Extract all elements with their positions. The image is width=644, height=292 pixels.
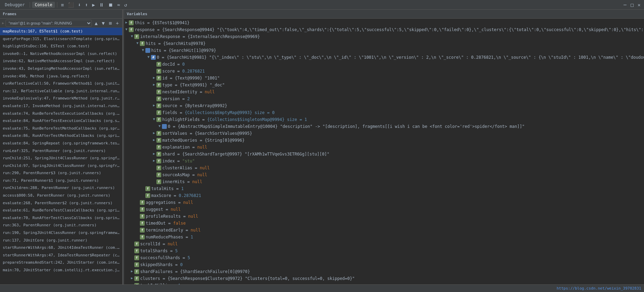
variable-row[interactable]: ftookInMillis = 4 (124, 282, 644, 284)
frame-item[interactable]: prepareStreamsAndStart:242, JUnitStarter… (0, 259, 122, 266)
variable-row[interactable]: fmatchedQueries = {String[0]@9996} (124, 137, 644, 144)
evaluate-icon[interactable]: ≈ (116, 2, 121, 8)
settings-icon[interactable]: ≡ (59, 2, 65, 8)
frames-up-icon[interactable]: ▲ (93, 20, 99, 26)
thread-selector[interactable]: "main"@1 in group "main": RUNNING (6, 20, 92, 27)
maximize-icon[interactable]: □ (629, 2, 635, 8)
stop-icon[interactable]: ⏹ (107, 2, 114, 8)
variable-row[interactable]: fterminatedEarly = null (124, 227, 644, 234)
frame-item[interactable]: access$000:58, ParentRunner (org.junit.r… (0, 192, 122, 199)
variable-row[interactable]: fscore = 0.2876821 (124, 68, 644, 75)
tree-arrow-collapsed[interactable] (129, 269, 134, 274)
variable-row[interactable]: ftotalHits = 1 (124, 185, 644, 192)
variable-row[interactable]: fscrollId = null (124, 241, 644, 247)
variable-row[interactable]: fnestedIdentity = null (124, 88, 644, 95)
minimize-icon[interactable]: ─ (622, 2, 628, 8)
variable-row[interactable]: ffields = {Collections$EmptyMap@9993} si… (124, 109, 644, 116)
variable-row[interactable]: fclusters = {SearchResponse$Clusters@997… (124, 275, 644, 282)
frame-item[interactable]: evaluate:74, RunBeforeTestExecutionCallb… (0, 110, 122, 117)
tree-arrow-expanded[interactable] (141, 47, 145, 53)
tree-arrow-collapsed[interactable] (152, 137, 156, 142)
debugger-tab[interactable]: Debugger (2, 2, 28, 8)
variable-row[interactable]: fshard = {SearchShardTarget@9997} "[rXAM… (124, 151, 644, 158)
pause-icon[interactable]: ⏸ (98, 2, 105, 8)
frame-item[interactable]: highlightStuDoc:150, ESTest (com.test) (0, 43, 122, 50)
frame-item[interactable]: evaluate:268, ParentRunner$2 (org.junit.… (0, 199, 122, 207)
tree-arrow-collapsed[interactable] (129, 275, 134, 281)
frame-item[interactable]: run:137, JUnitCore (org.junit.runner) (0, 237, 122, 244)
tree-arrow-collapsed[interactable] (124, 20, 129, 25)
tree-arrow-collapsed[interactable] (152, 158, 156, 163)
variable-row[interactable]: fsuccessfulShards = 5 (124, 254, 644, 261)
step-out-icon[interactable]: ⬆ (84, 2, 89, 8)
variable-row[interactable]: fclusterAlias = null (124, 164, 644, 171)
frame-item[interactable]: queryForPage:315, ElasticsearchTemplate … (0, 35, 122, 43)
frames-add-icon[interactable]: + (115, 20, 120, 26)
frame-item[interactable]: evaluate:70, RunAfterTestClassCallbacks … (0, 214, 122, 222)
variable-row[interactable]: ftype = {Text@9991} "_doc" (124, 82, 644, 88)
tree-arrow-expanded[interactable] (157, 123, 162, 129)
variable-row[interactable]: finternalResponse = {InternalSearchRespo… (124, 33, 644, 40)
frame-item[interactable]: run:71, ParentRunner$1 (org.junit.runner… (0, 177, 122, 185)
tree-arrow-collapsed[interactable] (152, 151, 156, 156)
frame-item[interactable]: run:12, ReflectiveCallable (org.junit.in… (0, 87, 122, 95)
tree-arrow-collapsed[interactable] (152, 75, 156, 80)
tree-arrow-expanded[interactable] (152, 116, 156, 122)
frame-item[interactable]: run:363, ParentRunner (org.junit.runners… (0, 222, 122, 229)
step-into-icon[interactable]: ⬇ (77, 2, 82, 8)
close-icon[interactable]: ✕ (636, 2, 642, 8)
tree-arrow-collapsed[interactable] (152, 82, 156, 87)
variables-area[interactable]: fthis = {ESTest$1@9941}fresponse = {Sear… (124, 19, 644, 284)
frame-item[interactable]: evaluate:61, RunBeforeTestClassCallbacks… (0, 207, 122, 214)
frame-item[interactable]: runChildren:288, ParentRunner (org.junit… (0, 184, 122, 192)
variable-row[interactable]: fresponse = {SearchResponse@9944} "{\"to… (124, 26, 644, 33)
tree-arrow-expanded[interactable] (124, 27, 129, 32)
frame-item[interactable]: invoke:43, DelegatingMethodAccessorImpl … (0, 65, 122, 73)
frame-item[interactable]: invoke:498, Method (java.lang.reflect) (0, 73, 122, 80)
variable-row[interactable]: fshardFailures = {ShardSearchFailure[0]@… (124, 268, 644, 275)
variable-row[interactable]: fnumReducePhases = 1 (124, 234, 644, 241)
tree-arrow-collapsed[interactable] (152, 103, 156, 108)
variable-row[interactable]: fhighlightFields = {Collections$Singleto… (124, 116, 644, 123)
frame-item[interactable]: run:190, SpringJUnit4ClassRunner (org.sp… (0, 229, 122, 237)
variable-row[interactable]: fexplanation = null (124, 144, 644, 151)
variable-row[interactable]: fsuggest = null (124, 206, 644, 213)
frame-item[interactable]: invokeExplosively:47, FrameworkMethod (o… (0, 95, 122, 102)
variable-row[interactable]: #0 = {SearchHit@9981} "{\"_index\" : \"s… (124, 54, 644, 61)
frame-item[interactable]: evaluate:86, RunAfterTestMethodCallbacks… (0, 132, 122, 140)
frame-item[interactable]: startRunnerWithArgs:68, JUnit4IdeaTestRu… (0, 244, 122, 252)
frame-item[interactable]: invoke0:-1, NativeMethodAccessorImpl (su… (0, 50, 122, 58)
frame-item[interactable]: runReflectiveCall:50, FrameworkMethod$1 … (0, 80, 122, 87)
frame-item[interactable]: runChild:97, SpringJUnit4ClassRunner (or… (0, 162, 122, 170)
variable-row[interactable]: findex = "stu" (124, 158, 644, 164)
variable-row[interactable]: fsource = {BytesArray@9992} (124, 102, 644, 109)
frames-down-icon[interactable]: ▼ (100, 20, 106, 26)
variable-row[interactable]: fdocId = 0 (124, 61, 644, 68)
frame-item[interactable]: startRunnerWithArgs:47, IdeaTestRunner$R… (0, 252, 122, 259)
frame-item[interactable]: evaluate:84, RunAfterTestExecutionCallba… (0, 117, 122, 125)
variable-row[interactable]: fprofileResults = null (124, 213, 644, 220)
variable-row[interactable]: fsourceAsMap = null (124, 171, 644, 178)
tree-arrow-collapsed[interactable] (152, 130, 156, 135)
reset-icon[interactable]: ↺ (123, 2, 128, 8)
frame-item[interactable]: invoke:62, NativeMethodAccessorImpl (sun… (0, 57, 122, 65)
variable-row[interactable]: ftimedOut = false (124, 220, 644, 227)
variable-row[interactable]: fmaxScore = 0.2876821 (124, 192, 644, 199)
frame-item[interactable]: main:70, JUnitStarter (com.intellij.rt.e… (0, 266, 122, 274)
console-tab[interactable]: Console (32, 2, 55, 8)
variable-row[interactable]: fskippedShards = 0 (124, 261, 644, 268)
frame-item[interactable]: evaluate:17, InvokeMethod (org.junit.int… (0, 102, 122, 110)
frame-item[interactable]: mapResults:167, ESTest$1 (com.test) (0, 28, 122, 35)
variable-row[interactable]: fhits = {SearchHits@9978} (124, 40, 644, 47)
frame-item[interactable]: run:290, ParentRunner$3 (org.junit.runne… (0, 169, 122, 177)
frame-item[interactable]: evaluate:75, RunBeforeTestMethodCallback… (0, 125, 122, 132)
step-over-icon[interactable]: ⬛ (67, 2, 75, 8)
variable-row[interactable]: fthis = {ESTest$1@9941} (124, 19, 644, 26)
variable-row[interactable]: fversion = 2 (124, 95, 644, 102)
variable-row[interactable]: fsortValues = {SearchSortValues@9995} (124, 130, 644, 137)
variable-row[interactable]: fid = {Text@9990} "1001" (124, 75, 644, 82)
run-icon[interactable]: ▶ (91, 2, 96, 8)
variable-row[interactable]: ftotalShards = 5 (124, 247, 644, 254)
status-url[interactable]: https://blog.csdn.net/weixin_39702831 (557, 286, 641, 291)
frame-item[interactable]: runChild:251, SpringJUnit4ClassRunner (o… (0, 154, 122, 162)
